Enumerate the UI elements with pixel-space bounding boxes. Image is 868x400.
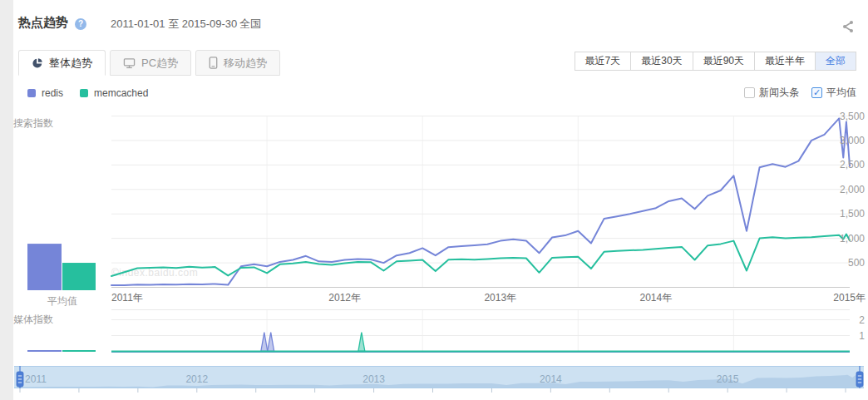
memcached-line xyxy=(111,235,850,276)
svg-text:3,500: 3,500 xyxy=(840,111,865,122)
svg-text:500: 500 xyxy=(848,257,865,269)
timeline-navigator[interactable]: 20112012201320142015 xyxy=(14,366,864,393)
svg-text:3,000: 3,000 xyxy=(840,135,865,146)
baidu-index-trend-panel: 热点趋势 ? 2011-01-01 至 2015-09-30 全国 整体趋势 P… xyxy=(0,0,868,400)
media-average-memcached xyxy=(62,350,96,352)
svg-text:2013: 2013 xyxy=(362,373,385,385)
svg-text:2: 2 xyxy=(859,314,865,326)
svg-text:1: 1 xyxy=(859,330,865,342)
svg-text:2015: 2015 xyxy=(717,373,739,385)
search-index-chart: 3,5003,0002,5002,0001,5001,0005002011年20… xyxy=(111,111,866,304)
svg-text:2,500: 2,500 xyxy=(840,159,865,170)
redis-line xyxy=(111,118,850,285)
svg-text:1,500: 1,500 xyxy=(840,208,865,220)
charts-canvas: 3,5003,0002,5002,0001,5001,0005002011年20… xyxy=(0,0,868,400)
average-bars xyxy=(27,244,96,352)
average-bar-redis xyxy=(27,244,62,290)
svg-text:2011年: 2011年 xyxy=(111,292,143,304)
svg-text:2014: 2014 xyxy=(540,373,562,385)
svg-text:2015年: 2015年 xyxy=(833,292,866,304)
svg-text:2012: 2012 xyxy=(185,373,208,385)
media-index-chart: 21 xyxy=(111,310,865,353)
svg-text:2011: 2011 xyxy=(25,373,47,385)
svg-text:2014年: 2014年 xyxy=(639,292,672,304)
media-average-redis xyxy=(27,350,62,352)
svg-text:2013年: 2013年 xyxy=(484,292,516,304)
average-bar-memcached xyxy=(62,263,96,290)
svg-text:2,000: 2,000 xyxy=(840,184,865,195)
svg-text:2012年: 2012年 xyxy=(328,292,361,304)
svg-text:1,000: 1,000 xyxy=(840,233,865,244)
